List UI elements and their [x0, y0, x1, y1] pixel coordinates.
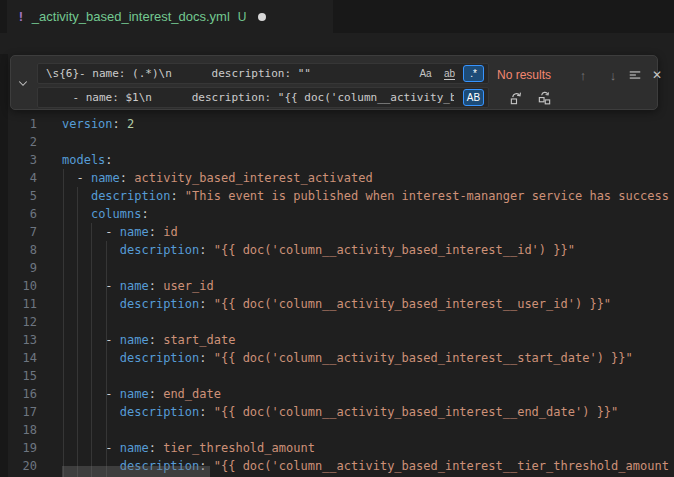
find-results-status: No results — [497, 68, 551, 82]
code-token: 2 — [127, 117, 134, 131]
code-token: : — [149, 279, 163, 293]
code-token: : — [199, 405, 213, 419]
previous-match-icon[interactable]: ↑ — [573, 65, 593, 85]
code-lines: 1version: 223models:4 - name: activity_b… — [8, 115, 674, 475]
code-line-text[interactable]: - name: activity_based_interest_activate… — [62, 169, 373, 187]
code-line-text[interactable]: - name: user_id — [62, 277, 214, 295]
indent-guide — [91, 223, 92, 477]
match-case-button[interactable]: Aa — [415, 65, 436, 82]
code-token: : — [199, 243, 213, 257]
code-token: : — [149, 387, 163, 401]
code-token: name — [120, 441, 149, 455]
code-token: - — [62, 171, 91, 185]
code-line: 13 - name: start_date — [8, 331, 674, 349]
code-line-text[interactable]: description: "{{ doc('column__activity_b… — [62, 241, 575, 259]
code-token: name — [120, 333, 149, 347]
code-line-text[interactable]: description: "{{ doc('column__activity_b… — [62, 349, 633, 367]
code-line-text[interactable]: version: 2 — [62, 115, 134, 133]
line-number[interactable]: 3 — [8, 151, 37, 169]
line-number[interactable]: 7 — [8, 223, 37, 241]
line-number[interactable]: 11 — [8, 295, 37, 313]
line-number[interactable]: 10 — [8, 277, 37, 295]
code-line: 16 - name: end_date — [8, 385, 674, 403]
whole-word-button[interactable]: ab — [439, 65, 460, 82]
preserve-case-button[interactable]: AB — [463, 89, 484, 106]
replace-all-button-icon[interactable] — [534, 88, 554, 108]
code-token: end_date — [163, 387, 221, 401]
tab-title: _activity_based_interest_docs.yml — [32, 9, 230, 24]
tab-bar: ! _activity_based_interest_docs.yml U — [0, 0, 674, 33]
whole-word-label: ab — [444, 68, 455, 80]
close-find-icon[interactable]: ✕ — [647, 65, 667, 85]
code-line: 5 description: "This event is published … — [8, 187, 674, 205]
line-number[interactable]: 15 — [8, 367, 37, 385]
code-line-text[interactable]: columns: — [62, 205, 149, 223]
code-token: activity_based_interest_activated — [134, 171, 372, 185]
code-token: name — [120, 225, 149, 239]
replace-button-icon[interactable] — [506, 88, 526, 108]
code-token: description — [120, 351, 199, 365]
code-token: "{{ doc('column__activity_based_interest… — [214, 243, 575, 257]
code-line: 19 - name: tier_threshold_amount — [8, 439, 674, 457]
code-line: 2 — [8, 133, 674, 151]
code-token: : — [105, 153, 112, 167]
line-number[interactable]: 19 — [8, 439, 37, 457]
code-token: : — [170, 189, 184, 203]
code-token: : — [199, 297, 213, 311]
code-token: : — [141, 207, 148, 221]
code-token: version — [62, 117, 113, 131]
line-number[interactable]: 5 — [8, 187, 37, 205]
find-in-selection-icon[interactable] — [625, 65, 645, 85]
horizontal-scrollbar[interactable] — [62, 466, 210, 477]
code-line: 10 - name: user_id — [8, 277, 674, 295]
line-number[interactable]: 8 — [8, 241, 37, 259]
code-line-text[interactable]: models: — [62, 151, 113, 169]
code-token: "{{ doc('column__activity_based_interest… — [214, 405, 619, 419]
toggle-replace-chevron-icon[interactable] — [15, 75, 31, 91]
code-line-text[interactable]: - name: tier_threshold_amount — [62, 439, 315, 457]
code-line: 17 description: "{{ doc('column__activit… — [8, 403, 674, 421]
code-token: "{{ doc('column__activity_based_interest… — [214, 351, 633, 365]
code-token: description — [91, 189, 170, 203]
line-number[interactable]: 12 — [8, 313, 37, 331]
yaml-file-icon: ! — [17, 9, 25, 24]
code-line: 14 description: "{{ doc('column__activit… — [8, 349, 674, 367]
code-token: "{{ doc('column__activity_based_interest… — [214, 459, 669, 473]
line-number[interactable]: 2 — [8, 133, 37, 151]
line-number[interactable]: 1 — [8, 115, 37, 133]
line-number[interactable]: 9 — [8, 259, 37, 277]
line-number[interactable]: 16 — [8, 385, 37, 403]
tab-activity-based-interest-docs[interactable]: ! _activity_based_interest_docs.yml U — [7, 0, 333, 33]
code-token: name — [91, 171, 120, 185]
code-token: : — [149, 441, 163, 455]
line-number[interactable]: 17 — [8, 403, 37, 421]
modified-dot-icon[interactable] — [258, 13, 266, 21]
replace-input[interactable] — [37, 87, 489, 108]
code-line-text[interactable]: - name: start_date — [62, 331, 235, 349]
code-line-text[interactable]: - name: end_date — [62, 385, 221, 403]
code-line: 4 - name: activity_based_interest_activa… — [8, 169, 674, 187]
code-token: user_id — [163, 279, 214, 293]
code-line-text[interactable]: - name: id — [62, 223, 178, 241]
code-line-text[interactable]: description: "{{ doc('column__activity_b… — [62, 403, 618, 421]
git-untracked-badge: U — [238, 10, 247, 24]
code-token: "{{ doc('column__activity_based_interest… — [214, 297, 611, 311]
line-number[interactable]: 6 — [8, 205, 37, 223]
code-line-text[interactable]: description: "This event is published wh… — [62, 187, 669, 205]
regex-button[interactable]: .* — [463, 65, 484, 82]
code-line: 7 - name: id — [8, 223, 674, 241]
code-token: name — [120, 387, 149, 401]
line-number[interactable]: 13 — [8, 331, 37, 349]
indent-guide — [77, 187, 78, 477]
code-area: 1version: 223models:4 - name: activity_b… — [8, 112, 674, 477]
line-number[interactable]: 4 — [8, 169, 37, 187]
next-match-icon[interactable]: ↓ — [603, 65, 623, 85]
line-number[interactable]: 20 — [8, 457, 37, 475]
line-number[interactable]: 14 — [8, 349, 37, 367]
code-line-text[interactable]: description: "{{ doc('column__activity_b… — [62, 295, 611, 313]
line-number[interactable]: 18 — [8, 421, 37, 439]
code-token: : — [199, 351, 213, 365]
code-line: 3models: — [8, 151, 674, 169]
code-line: 9 — [8, 259, 674, 277]
code-token: id — [163, 225, 177, 239]
